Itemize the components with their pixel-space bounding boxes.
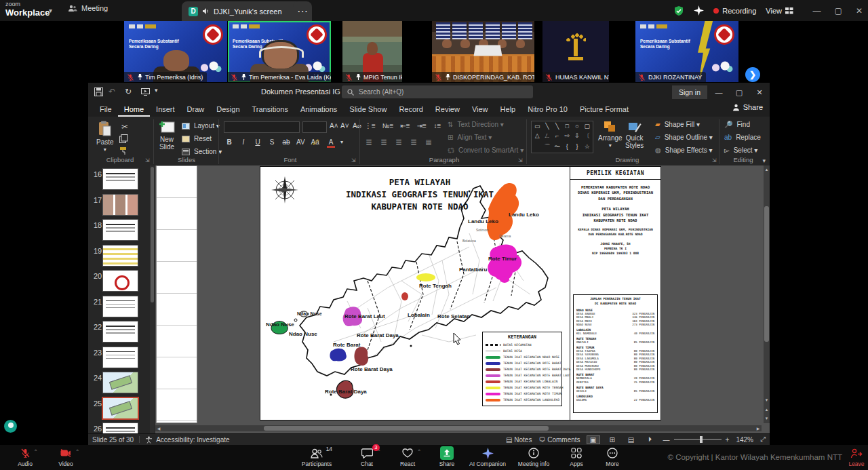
increase-font-size-button[interactable]: A˄ bbox=[330, 122, 338, 130]
shape-fill-button[interactable]: ▰Shape Fill ▾ bbox=[655, 121, 700, 128]
info-button[interactable]: Meeting info bbox=[510, 447, 557, 467]
collapse-ribbon-chevron-icon[interactable]: ▾ bbox=[762, 157, 766, 164]
participant-tile-2[interactable]: Pemeriksaan Substantif Secara DaringTim … bbox=[228, 21, 331, 82]
shape-glyph[interactable]: } bbox=[576, 143, 578, 150]
quick-access-customize-icon[interactable]: ▾ bbox=[155, 87, 158, 94]
zoom-percent[interactable]: 142% bbox=[736, 436, 753, 444]
select-button[interactable]: ▻Select ▾ bbox=[724, 146, 757, 154]
shape-glyph[interactable]: 〔 bbox=[584, 132, 590, 140]
find-button[interactable]: 🔎Find bbox=[724, 121, 750, 128]
shape-glyph[interactable]: ▭ bbox=[534, 123, 540, 130]
shape-glyph[interactable]: ⇩ bbox=[574, 132, 580, 139]
shape-glyph[interactable]: ☆ bbox=[585, 143, 590, 150]
justify-button[interactable]: ☰ bbox=[410, 138, 418, 146]
vertical-scrollbar[interactable]: ▲ ▼ ▲ ▼ bbox=[764, 165, 770, 423]
zoom-in-icon[interactable]: + bbox=[726, 436, 730, 444]
font-color-caret-icon[interactable]: ▾ bbox=[338, 139, 346, 145]
paste-button[interactable]: Paste ▾ bbox=[96, 121, 114, 153]
accessibility-status[interactable]: Accessibility: Investigate bbox=[156, 436, 229, 444]
ribbon-tab-home[interactable]: Home bbox=[118, 103, 150, 117]
paragraph-dialog-launcher[interactable]: ⇲ bbox=[518, 157, 523, 163]
ribbon-tab-insert[interactable]: Insert bbox=[150, 103, 181, 117]
change-case-button[interactable]: AV bbox=[296, 138, 305, 146]
align-text-button[interactable]: ⊞Align Text ▾ bbox=[448, 134, 492, 141]
shape-glyph[interactable]: □ bbox=[566, 123, 569, 130]
scroll-down-icon[interactable]: ▼ bbox=[764, 396, 770, 404]
replace-button[interactable]: abReplace bbox=[724, 134, 761, 141]
sign-in-button[interactable]: Sign in bbox=[672, 85, 707, 99]
floating-participant-indicator[interactable] bbox=[4, 420, 17, 433]
highlight-color-button[interactable]: 🖉 bbox=[312, 138, 320, 146]
layout-button[interactable]: Layout ▾ bbox=[182, 122, 220, 130]
horizontal-scrollbar[interactable]: ◀ ▶ bbox=[155, 425, 762, 431]
clipboard-dialog-launcher[interactable]: ⇲ bbox=[145, 157, 150, 163]
shape-glyph[interactable]: ○ bbox=[575, 123, 578, 130]
workspace-chevron-down-icon[interactable]: ▾ bbox=[49, 7, 52, 14]
reset-button[interactable]: Reset bbox=[182, 135, 212, 142]
participant-tile-4[interactable]: DISKOPERINDAG_KAB. ROTE ND... bbox=[432, 21, 534, 82]
numbering-button[interactable]: №≡ bbox=[382, 122, 394, 130]
slide-thumbnail-21[interactable] bbox=[103, 296, 138, 317]
participant-tile-6[interactable]: Pemeriksaan Substantif Secara DaringDJKI… bbox=[635, 21, 738, 82]
cut-icon[interactable]: ✂ bbox=[121, 122, 129, 132]
decrease-indent-button[interactable]: ⇤≡ bbox=[400, 122, 410, 130]
scroll-left-icon[interactable]: ◀ bbox=[155, 425, 162, 431]
slide-number-indicator[interactable]: Slide 25 of 30 bbox=[92, 436, 134, 444]
shape-glyph[interactable]: ╲ bbox=[555, 123, 559, 130]
ppt-maximize-button[interactable]: ▢ bbox=[729, 83, 749, 102]
align-right-button[interactable]: ☰ bbox=[395, 138, 403, 146]
font-name-combobox[interactable] bbox=[224, 121, 300, 133]
undo-icon[interactable]: ↶ bbox=[108, 87, 115, 96]
shape-glyph[interactable]: ╲ bbox=[545, 123, 549, 130]
participant-tile-5[interactable]: HUMAS KANWIL NTT bbox=[542, 21, 609, 82]
scroll-up-icon[interactable]: ▲ bbox=[764, 165, 770, 173]
format-painter-icon[interactable] bbox=[119, 146, 129, 155]
slide-thumbnail-17[interactable] bbox=[103, 195, 138, 215]
shape-glyph[interactable]: ▢ bbox=[584, 123, 590, 130]
ribbon-tab-review[interactable]: Review bbox=[429, 103, 466, 117]
convert-smartart-button[interactable]: ⮔Convert to SmartArt ▾ bbox=[448, 146, 524, 154]
drawing-dialog-launcher[interactable]: ⇲ bbox=[712, 157, 717, 163]
ppt-share-button[interactable]: Share bbox=[732, 103, 763, 111]
horizontal-scroll-thumb[interactable] bbox=[264, 426, 549, 431]
slide-thumbnail-23[interactable] bbox=[103, 347, 138, 368]
view-button[interactable]: View bbox=[766, 7, 793, 15]
search-box[interactable]: Search (Alt+Q) bbox=[342, 85, 533, 98]
align-center-button[interactable]: ☰ bbox=[380, 138, 388, 146]
font-size-combobox[interactable] bbox=[302, 121, 327, 133]
redo-icon[interactable]: ↻ bbox=[125, 87, 132, 96]
slide-thumbnail-18[interactable] bbox=[103, 220, 138, 240]
columns-button[interactable]: ▦ bbox=[425, 138, 433, 146]
zoom-slider[interactable]: — + bbox=[663, 436, 730, 444]
strikethrough-button[interactable]: S bbox=[268, 138, 276, 146]
participants-button[interactable]: ⌃14Participants bbox=[293, 447, 340, 467]
shape-glyph[interactable]: ㄥ bbox=[544, 132, 550, 140]
new-slide-button[interactable]: New Slide bbox=[159, 121, 175, 151]
slide-thumbnail-22[interactable] bbox=[103, 321, 138, 342]
shapes-gallery[interactable]: ▭╲╲□○▢△ㄥ⌐⇨⇩〔ゝ⌒〜{}☆ bbox=[531, 121, 593, 153]
tab-options-ellipsis-icon[interactable]: ⋯ bbox=[293, 1, 312, 21]
shared-screen-tab[interactable]: D DJKI_Yunik's screen bbox=[182, 1, 304, 21]
chevron-up-icon[interactable]: ⌃ bbox=[75, 449, 79, 454]
slide-thumbnail-25[interactable] bbox=[103, 398, 138, 418]
slide-thumbnail-20[interactable] bbox=[103, 271, 138, 291]
ai-sparkle-icon[interactable] bbox=[694, 5, 704, 16]
ribbon-tab-nitro-pro-10[interactable]: Nitro Pro 10 bbox=[521, 103, 574, 117]
arrange-button[interactable]: Arrange ▾ bbox=[598, 121, 623, 149]
normal-view-button[interactable]: ▣ bbox=[587, 436, 599, 444]
zoom-maximize-button[interactable]: ▢ bbox=[835, 6, 842, 16]
bullets-button[interactable]: ⋮≡ bbox=[365, 122, 376, 130]
font-dialog-launcher[interactable]: ⇲ bbox=[351, 157, 356, 163]
security-shield-icon[interactable] bbox=[673, 5, 684, 16]
zoom-minimize-button[interactable]: — bbox=[813, 6, 821, 16]
font-color-button[interactable]: A bbox=[327, 138, 335, 148]
slide-thumbnail-26[interactable] bbox=[103, 423, 138, 434]
chevron-up-icon[interactable]: ⌃ bbox=[417, 449, 421, 454]
increase-indent-button[interactable]: ⇥≡ bbox=[417, 122, 427, 130]
shape-effects-button[interactable]: ◍Shape Effects ▾ bbox=[655, 146, 713, 154]
section-button[interactable]: Section ▾ bbox=[182, 148, 222, 155]
comments-button[interactable]: 🗨 Comments bbox=[538, 436, 580, 444]
next-participants-page-button[interactable]: ❯ bbox=[745, 67, 760, 82]
shape-glyph[interactable]: ⌒ bbox=[544, 142, 550, 151]
copy-icon[interactable] bbox=[119, 134, 128, 143]
